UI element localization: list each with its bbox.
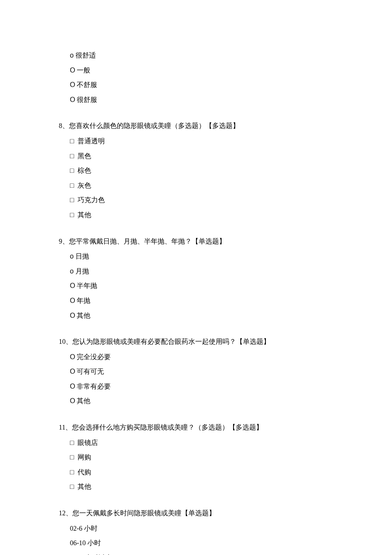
checkbox-marker: □: [70, 182, 74, 189]
question-9: 9、您平常佩戴日抛、月抛、半年抛、年抛？【单选题】 o 日抛 o 月抛 O 半年…: [59, 236, 333, 321]
option-row: 06-10 小时: [59, 538, 333, 549]
option-label: 不舒服: [77, 81, 97, 88]
option-label: 其他: [77, 312, 90, 319]
option-label: 非常有必要: [77, 383, 111, 390]
option-label: 02-6 小时: [70, 525, 98, 532]
option-row: □ 灰色: [59, 180, 333, 191]
option-row: □ 代购: [59, 467, 333, 478]
option-row: O 其他: [59, 310, 333, 321]
option-row: □ 黑色: [59, 151, 333, 162]
question-title: 11、您会选择什么地方购买隐形眼镜或美瞳？（多选题）【多选题】: [59, 422, 333, 433]
option-label: 其他: [78, 483, 91, 490]
option-row: □ 棕色: [59, 165, 333, 176]
option-row: □ 普通透明: [59, 136, 333, 147]
option-row: O 半年抛: [59, 280, 333, 291]
option-row: O 非常有必要: [59, 381, 333, 392]
option-row: O 完全没必要: [59, 352, 333, 363]
option-label: 06-10 小时: [70, 539, 101, 546]
option-label: 棕色: [78, 167, 91, 174]
option-label: 其他: [78, 211, 91, 218]
radio-marker: O: [70, 397, 75, 404]
question-title: 8、您喜欢什么颜色的隐形眼镜或美瞳（多选题）【多选题】: [59, 120, 333, 131]
checkbox-marker: □: [70, 137, 74, 145]
option-label: 半年抛: [77, 282, 97, 289]
option-label: 眼镜店: [78, 439, 98, 446]
radio-marker: O: [70, 353, 75, 360]
option-row: O 年抛: [59, 295, 333, 306]
option-label: 其他: [77, 397, 90, 404]
option-label: 月抛: [75, 267, 89, 275]
checkbox-marker: □: [70, 483, 74, 490]
checkbox-marker: □: [70, 468, 74, 476]
option-label: 可有可无: [77, 368, 104, 375]
option-label: 灰色: [78, 182, 91, 189]
checkbox-marker: □: [70, 167, 74, 174]
option-label: 很舒适: [75, 52, 96, 59]
question-7-continued-options: o 很舒适 O 一般 O 不舒服 O 很舒服: [59, 50, 333, 105]
question-12: 12、您一天佩戴多长时间隐形眼镜或美瞳【单选题】 02-6 小时 06-10 小…: [59, 508, 333, 555]
option-row: o 月抛: [59, 266, 333, 277]
option-row: O 一般: [59, 65, 333, 76]
radio-marker: O: [70, 312, 75, 319]
option-row: o 日抛: [59, 251, 333, 262]
radio-marker: O: [70, 96, 75, 103]
question-title: 12、您一天佩戴多长时间隐形眼镜或美瞳【单选题】: [59, 508, 333, 519]
option-row: □ 眼镜店: [59, 437, 333, 448]
option-row: o 很舒适: [59, 50, 333, 61]
radio-marker: O: [70, 81, 75, 88]
option-label: 日抛: [75, 253, 89, 260]
option-row: □ 巧克力色: [59, 195, 333, 206]
checkbox-marker: □: [70, 453, 74, 461]
question-10: 10、您认为隐形眼镜或美瞳有必要配合眼药水一起使用吗？【单选题】 O 完全没必要…: [59, 336, 333, 407]
checkbox-marker: □: [70, 439, 74, 446]
option-row: □ 网购: [59, 452, 333, 463]
option-label: 黑色: [78, 152, 91, 160]
option-row: 02-6 小时: [59, 523, 333, 534]
option-label: 代购: [78, 468, 91, 476]
option-label: 巧克力色: [78, 196, 105, 203]
option-row: O 其他: [59, 395, 333, 407]
document-page: o 很舒适 O 一般 O 不舒服 O 很舒服 8、您喜欢什么颜色的隐形眼镜或美瞳…: [0, 0, 392, 555]
question-title: 10、您认为隐形眼镜或美瞳有必要配合眼药水一起使用吗？【单选题】: [59, 336, 333, 347]
question-11: 11、您会选择什么地方购买隐形眼镜或美瞳？（多选题）【多选题】 □ 眼镜店 □ …: [59, 422, 333, 492]
option-row: O 不舒服: [59, 79, 333, 90]
option-label: 年抛: [77, 297, 90, 304]
question-title: 9、您平常佩戴日抛、月抛、半年抛、年抛？【单选题】: [59, 236, 333, 247]
option-row: □ 其他: [59, 209, 333, 221]
radio-marker: O: [70, 67, 75, 74]
radio-marker: o: [70, 253, 74, 260]
option-label: 网购: [78, 453, 91, 461]
option-row: O 很舒服: [59, 94, 333, 105]
radio-marker: o: [70, 267, 74, 275]
option-row: O1O 小时以上: [59, 552, 333, 555]
option-row: O 可有可无: [59, 366, 333, 377]
option-label: 很舒服: [77, 96, 97, 103]
radio-marker: o: [70, 52, 74, 59]
checkbox-marker: □: [70, 152, 74, 160]
option-row: □ 其他: [59, 481, 333, 492]
radio-marker: O: [70, 282, 75, 289]
option-label: 普通透明: [78, 137, 105, 145]
radio-marker: O: [70, 383, 75, 390]
option-label: 完全没必要: [77, 353, 111, 360]
option-label: 一般: [77, 67, 90, 74]
checkbox-marker: □: [70, 196, 74, 203]
question-8: 8、您喜欢什么颜色的隐形眼镜或美瞳（多选题）【多选题】 □ 普通透明 □ 黑色 …: [59, 120, 333, 220]
radio-marker: O: [70, 368, 75, 375]
checkbox-marker: □: [70, 211, 74, 218]
radio-marker: O: [70, 297, 75, 304]
